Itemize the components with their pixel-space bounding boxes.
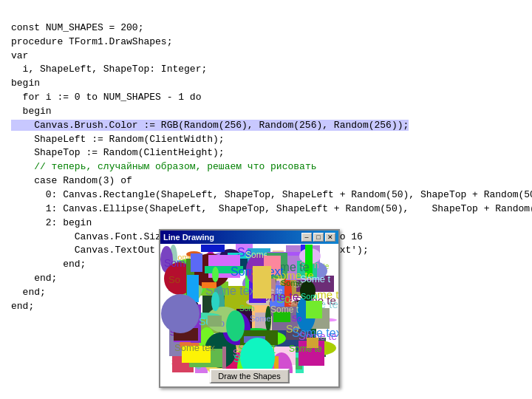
maximize-button[interactable]: □ — [313, 233, 324, 242]
code-line-8: Canvas.Brush.Color := RGB(Random(256), R… — [11, 119, 521, 133]
code-line-3: var — [11, 50, 521, 64]
drawing-titlebar: Line Drawing – □ ✕ — [160, 231, 338, 244]
code-line-4: i, ShapeLeft, ShapeTop: Integer; — [11, 63, 521, 77]
code-line-15: 2: begin — [11, 216, 521, 231]
code-line-12: case Random(3) of — [11, 174, 521, 188]
code-line-7: begin — [11, 105, 521, 119]
code-line-0: const NUM_SHAPES = 200; — [11, 21, 521, 35]
shapes-canvas — [160, 244, 338, 373]
drawing-title: Line Drawing — [163, 233, 214, 242]
code-line-9: ShapeLeft := Random(ClientWidth); — [11, 133, 521, 147]
draw-shapes-button[interactable]: Draw the Shapes — [209, 369, 289, 383]
code-line-2: procedure TForm1.DrawShapes; — [11, 35, 521, 50]
code-line-5: begin — [11, 77, 521, 91]
code-line-6: for i := 0 to NUM_SHAPES - 1 do — [11, 91, 521, 105]
close-button[interactable]: ✕ — [325, 233, 335, 242]
titlebar-buttons: – □ ✕ — [301, 233, 335, 242]
code-line-11: // теперь, случайным образом, решаем что… — [11, 160, 521, 174]
code-line-10: ShapeTop := Random(ClientHeight); — [11, 146, 521, 160]
drawing-canvas: Draw the Shapes — [160, 244, 338, 386]
minimize-button[interactable]: – — [301, 233, 312, 242]
draw-button-area: Draw the Shapes — [209, 369, 289, 383]
code-line-14: 1: Canvas.Ellipse(ShapeLeft, ShapeTop, S… — [11, 202, 521, 216]
drawing-window: Line Drawing – □ ✕ Draw the Shapes — [159, 229, 340, 388]
code-line-13: 0: Canvas.Rectangle(ShapeLeft, ShapeTop,… — [11, 188, 521, 202]
